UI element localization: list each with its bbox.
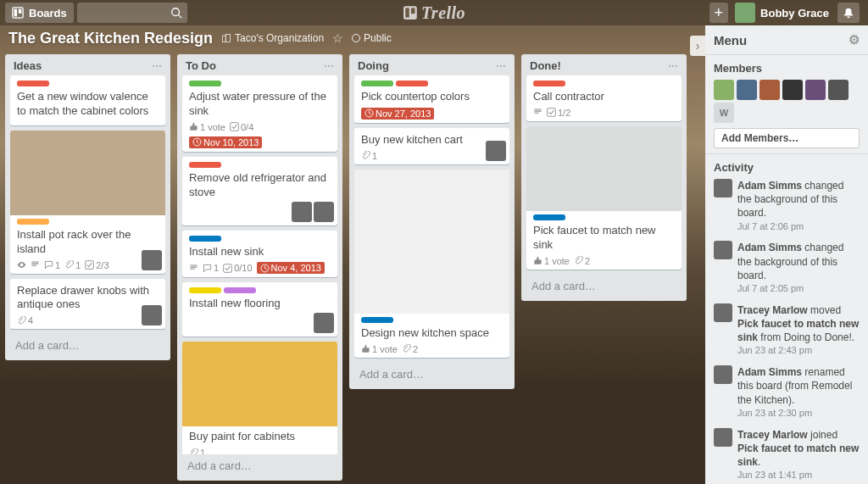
- svg-rect-11: [231, 123, 239, 131]
- card[interactable]: Replace drawer knobs with antique ones 4: [10, 279, 165, 330]
- card-badges: 1: [189, 448, 331, 454]
- activity-avatar[interactable]: [714, 428, 732, 447]
- desc-badge: [31, 260, 40, 270]
- add-button[interactable]: +: [709, 3, 729, 23]
- user-name[interactable]: Bobby Grace: [760, 7, 829, 19]
- visibility-button[interactable]: Public: [352, 32, 392, 44]
- activity-avatar[interactable]: [714, 365, 732, 384]
- card-title: Install pot rack over the island: [17, 228, 159, 257]
- member-avatar[interactable]: [142, 305, 162, 325]
- card-members: [142, 305, 162, 325]
- activity-avatar[interactable]: [714, 241, 732, 259]
- attach-badge: 1: [64, 260, 81, 270]
- search-icon: [170, 7, 182, 19]
- card[interactable]: Adjust water pressure of the sink 1 vote…: [182, 75, 337, 152]
- member-avatar[interactable]: [782, 80, 803, 100]
- member-list: W: [714, 80, 860, 123]
- activity-avatar[interactable]: [714, 303, 732, 322]
- trello-logo-text: Trello: [421, 3, 465, 23]
- activity-item: Adam Simms changed the background of thi…: [714, 241, 860, 294]
- list-menu-icon[interactable]: ⋯: [324, 60, 334, 72]
- list-menu-icon[interactable]: ⋯: [668, 60, 678, 72]
- trello-logo[interactable]: Trello: [403, 3, 465, 23]
- card[interactable]: Pick countertop colors Nov 27, 2013: [354, 75, 509, 123]
- activity-text: Adam Simms changed the background of thi…: [737, 179, 860, 232]
- activity-text: Adam Simms changed the background of thi…: [737, 241, 860, 294]
- card-badges: 1 vote 0/4 Nov 10, 2013: [189, 122, 331, 148]
- card-title: Install new sink: [189, 245, 331, 259]
- card[interactable]: Buy new kitchen cart 1: [354, 128, 509, 164]
- card-title: Adjust water pressure of the sink: [189, 90, 331, 119]
- card[interactable]: Remove old refrigerator and stove: [182, 157, 337, 225]
- list-title[interactable]: Ideas: [14, 59, 42, 72]
- member-avatar[interactable]: [828, 80, 849, 100]
- list-cards: Pick countertop colors Nov 27, 2013Buy n…: [354, 75, 509, 363]
- label-red: [189, 162, 221, 168]
- card[interactable]: Pick faucet to match new sink 1 vote 2: [526, 126, 682, 270]
- list: Ideas ⋯ Get a new window valence to matc…: [5, 54, 170, 360]
- card-title: Pick countertop colors: [361, 90, 503, 104]
- member-avatar[interactable]: [314, 202, 334, 222]
- star-button[interactable]: ☆: [332, 31, 343, 45]
- activity-time: Jul 7 at 2:06 pm: [737, 220, 860, 233]
- list-menu-icon[interactable]: ⋯: [152, 60, 162, 72]
- add-card[interactable]: Add a card…: [526, 275, 682, 298]
- card[interactable]: Buy paint for cabinets 1: [182, 342, 337, 454]
- attach-badge: 1: [189, 448, 205, 454]
- card-cover: [182, 342, 337, 426]
- activity-text: Tracey Marlow moved Pick faucet to match…: [737, 303, 860, 357]
- card-title: Buy paint for cabinets: [189, 430, 331, 444]
- org-icon: [221, 33, 231, 43]
- label-green: [189, 81, 221, 86]
- list-menu-icon[interactable]: ⋯: [496, 60, 506, 72]
- votes-badge: 1 vote: [533, 256, 570, 266]
- add-card[interactable]: Add a card…: [354, 363, 509, 386]
- trello-logo-icon: [403, 5, 418, 20]
- add-card[interactable]: Add a card…: [10, 334, 165, 357]
- list-title[interactable]: To Do: [186, 59, 216, 72]
- list-title[interactable]: Done!: [530, 59, 561, 72]
- card[interactable]: Install pot rack over the island 1 1 2/3: [10, 131, 165, 274]
- member-initial[interactable]: W: [714, 103, 734, 123]
- member-avatar[interactable]: [314, 313, 334, 333]
- card-title: Get a new window valence to match the ca…: [17, 90, 159, 119]
- card[interactable]: Design new kitchen space 1 vote 2: [354, 170, 509, 358]
- add-card[interactable]: Add a card…: [182, 454, 337, 477]
- board-title[interactable]: The Great Kitchen Redesign: [8, 30, 213, 47]
- member-avatar[interactable]: [292, 202, 312, 222]
- comments-badge: 1: [203, 263, 219, 273]
- svg-line-4: [178, 15, 181, 19]
- svg-rect-16: [548, 108, 556, 117]
- notifications-button[interactable]: [837, 3, 860, 23]
- card-badges: 1 1 2/3: [17, 260, 159, 270]
- list-header: To Do ⋯: [182, 59, 337, 75]
- activity-avatar[interactable]: [714, 179, 732, 197]
- label-orange: [17, 219, 49, 225]
- card-title: Remove old refrigerator and stove: [189, 171, 331, 200]
- label-blue: [533, 214, 565, 220]
- member-avatar[interactable]: [486, 141, 506, 161]
- board-org[interactable]: Taco's Organization: [221, 32, 324, 44]
- list-title[interactable]: Doing: [358, 59, 389, 72]
- search-input[interactable]: [77, 3, 187, 23]
- member-avatar[interactable]: [805, 80, 826, 100]
- card-badges: 1/2: [533, 108, 675, 118]
- desc-badge: [189, 264, 198, 273]
- gear-icon[interactable]: ⚙: [849, 32, 860, 47]
- list-cards: Call contractor 1/2Pick faucet to match …: [526, 75, 682, 275]
- activity-list: Adam Simms changed the background of thi…: [714, 179, 860, 484]
- card[interactable]: Get a new window valence to match the ca…: [10, 75, 165, 125]
- member-avatar[interactable]: [760, 80, 780, 100]
- member-avatar[interactable]: [714, 80, 734, 100]
- card-members: [142, 250, 162, 270]
- member-avatar[interactable]: [737, 80, 757, 100]
- add-members-button[interactable]: Add Members…: [714, 128, 860, 148]
- card[interactable]: Install new flooring: [182, 282, 337, 337]
- boards-button[interactable]: Boards: [5, 3, 74, 23]
- activity-item: Adam Simms renamed this board (from Remo…: [714, 365, 860, 419]
- card[interactable]: Call contractor 1/2: [526, 75, 682, 121]
- member-avatar[interactable]: [142, 250, 162, 270]
- user-avatar[interactable]: [735, 3, 755, 23]
- card-title: Install new flooring: [189, 297, 331, 311]
- card[interactable]: Install new sink 1 0/10 Nov 4, 2013: [182, 231, 337, 278]
